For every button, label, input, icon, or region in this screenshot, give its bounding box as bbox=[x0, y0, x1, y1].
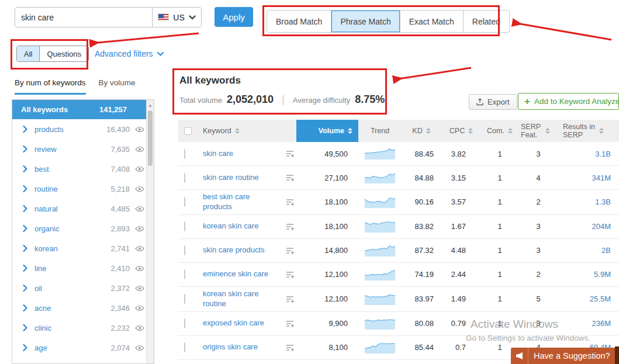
trend-sparkline bbox=[358, 171, 402, 184]
eye-icon[interactable] bbox=[135, 226, 144, 232]
results-in-serp-link[interactable]: 1.3B bbox=[558, 197, 619, 206]
row-checkbox[interactable] bbox=[184, 245, 185, 255]
kd-value: 90.16 bbox=[402, 197, 441, 206]
scope-tab[interactable]: All bbox=[17, 46, 39, 61]
keyword-group-item[interactable]: acne 2,346 bbox=[12, 298, 154, 318]
region-select[interactable]: US bbox=[152, 8, 201, 27]
keyword-group-item[interactable]: age 2,074 bbox=[12, 338, 154, 358]
sidebar-scrollbar[interactable]: ▲ bbox=[146, 100, 154, 363]
export-button[interactable]: Export bbox=[469, 94, 517, 110]
eye-icon[interactable] bbox=[135, 265, 144, 272]
com-value: 1 bbox=[481, 294, 518, 303]
scrollbar-thumb[interactable] bbox=[148, 110, 153, 166]
keyword-group-item[interactable]: best 7,408 bbox=[12, 159, 154, 179]
keyword-group-label: age bbox=[34, 344, 47, 352]
export-button-label: Export bbox=[487, 98, 510, 106]
keyword-link[interactable]: korean skin care routine bbox=[203, 289, 271, 309]
keyword-group-item[interactable]: clinic 2,232 bbox=[12, 318, 154, 338]
row-checkbox[interactable] bbox=[184, 294, 185, 304]
kd-value: 88.45 bbox=[402, 150, 441, 158]
column-header-cpc[interactable]: CPC bbox=[441, 127, 481, 135]
sidebar-sort-tab[interactable]: By volume bbox=[99, 78, 136, 95]
eye-icon[interactable] bbox=[135, 166, 144, 172]
results-in-serp-link[interactable]: 341M bbox=[558, 174, 619, 182]
sidebar-sort-tab[interactable]: By num of keywords bbox=[15, 78, 86, 95]
advanced-filters-toggle[interactable]: Advanced filters bbox=[95, 49, 164, 58]
eye-icon[interactable] bbox=[135, 285, 144, 292]
scope-tab[interactable]: Questions bbox=[39, 46, 88, 61]
add-to-keyword-analyzer-button[interactable]: + Add to Keyword Analyzer bbox=[518, 93, 619, 110]
add-to-list-icon[interactable] bbox=[286, 271, 295, 279]
keyword-group-item[interactable]: routine 5,218 bbox=[12, 179, 154, 199]
keyword-group-item[interactable]: oil 2,372 bbox=[12, 278, 154, 298]
results-in-serp-link[interactable]: 204M bbox=[558, 222, 619, 231]
eye-icon[interactable] bbox=[135, 345, 144, 351]
match-type-tab[interactable]: Broad Match bbox=[267, 11, 331, 32]
match-type-tab[interactable]: Exact Match bbox=[400, 11, 463, 32]
eye-icon[interactable] bbox=[135, 146, 144, 152]
scrollbar-up-arrow-icon[interactable]: ▲ bbox=[147, 100, 154, 108]
results-in-serp-link[interactable]: 2B bbox=[558, 246, 619, 255]
keyword-link[interactable]: best skin care products bbox=[203, 192, 271, 212]
keyword-link[interactable]: eminence skin care bbox=[203, 269, 268, 279]
row-checkbox[interactable] bbox=[184, 197, 185, 207]
have-a-suggestion-button[interactable]: Have a Suggestion? bbox=[511, 348, 615, 364]
keyword-magic-tool-page: US Apply Broad Match Phrase Match Exact … bbox=[0, 0, 619, 364]
select-all-checkbox[interactable] bbox=[184, 127, 192, 135]
row-checkbox[interactable] bbox=[184, 318, 185, 328]
keyword-link[interactable]: skin care products bbox=[203, 245, 265, 255]
results-in-serp-link[interactable]: 25.5M bbox=[558, 294, 619, 303]
eye-icon[interactable] bbox=[135, 325, 144, 331]
keyword-group-item[interactable]: review 7,635 bbox=[12, 139, 154, 159]
keyword-link[interactable]: skin care bbox=[203, 149, 233, 159]
keyword-link[interactable]: korean skin care bbox=[203, 221, 258, 231]
keyword-link[interactable]: skin care routine bbox=[203, 173, 258, 183]
add-to-list-icon[interactable] bbox=[286, 247, 295, 255]
keyword-group-item[interactable]: line 2,410 bbox=[12, 258, 154, 278]
column-header-results[interactable]: Results in SERP bbox=[558, 123, 619, 140]
row-checkbox[interactable] bbox=[184, 342, 185, 352]
column-header-kd[interactable]: KD bbox=[402, 127, 441, 135]
trend-sparkline bbox=[358, 196, 402, 209]
apply-button[interactable]: Apply bbox=[215, 7, 253, 27]
row-checkbox[interactable] bbox=[184, 221, 185, 231]
row-checkbox[interactable] bbox=[184, 149, 185, 159]
results-in-serp-link[interactable]: 3.1B bbox=[558, 150, 619, 158]
column-header-com-label: Com. bbox=[487, 127, 504, 135]
keyword-link[interactable]: origins skin care bbox=[203, 342, 258, 352]
cpc-value: 1.49 bbox=[441, 294, 481, 303]
add-to-list-icon[interactable] bbox=[286, 320, 295, 328]
keyword-link[interactable]: exposed skin care bbox=[203, 318, 264, 328]
add-to-list-icon[interactable] bbox=[286, 198, 295, 206]
column-header-keyword[interactable]: Keyword bbox=[199, 127, 296, 135]
add-to-list-icon[interactable] bbox=[286, 344, 295, 352]
have-a-suggestion-label: Have a Suggestion? bbox=[534, 351, 610, 360]
column-header-com[interactable]: Com. bbox=[481, 127, 518, 135]
eye-icon[interactable] bbox=[135, 126, 144, 133]
com-value: 1 bbox=[481, 270, 518, 279]
add-to-list-icon[interactable] bbox=[286, 174, 295, 182]
match-type-tab[interactable]: Phrase Match bbox=[331, 11, 399, 32]
keyword-search-input[interactable] bbox=[15, 8, 152, 27]
eye-icon[interactable] bbox=[135, 305, 144, 311]
all-keywords-group-row[interactable]: All keywords 141,257 bbox=[12, 100, 154, 119]
row-checkbox[interactable] bbox=[184, 269, 185, 279]
eye-icon[interactable] bbox=[135, 186, 144, 192]
sort-arrows-icon bbox=[545, 128, 550, 134]
match-type-tab[interactable]: Related bbox=[463, 11, 509, 32]
row-checkbox[interactable] bbox=[184, 173, 185, 183]
keyword-group-item[interactable]: products 16,430 bbox=[12, 119, 154, 139]
column-header-volume[interactable]: Volume bbox=[296, 120, 358, 142]
results-in-serp-link[interactable]: 236M bbox=[558, 319, 619, 328]
add-to-list-icon[interactable] bbox=[286, 223, 295, 231]
eye-icon[interactable] bbox=[135, 245, 144, 252]
keyword-group-item[interactable]: natural 4,485 bbox=[12, 199, 154, 219]
eye-icon[interactable] bbox=[135, 206, 144, 212]
column-header-serp-feat[interactable]: SERP Feat. bbox=[518, 123, 558, 140]
add-to-list-icon[interactable] bbox=[286, 295, 295, 303]
add-to-list-icon[interactable] bbox=[286, 150, 295, 158]
keyword-group-item[interactable]: organic 2,893 bbox=[12, 219, 154, 238]
results-in-serp-link[interactable]: 5.9M bbox=[558, 270, 619, 279]
keyword-group-item[interactable]: korean 2,741 bbox=[12, 238, 154, 258]
avg-difficulty-label: Average difficulty bbox=[293, 96, 351, 105]
